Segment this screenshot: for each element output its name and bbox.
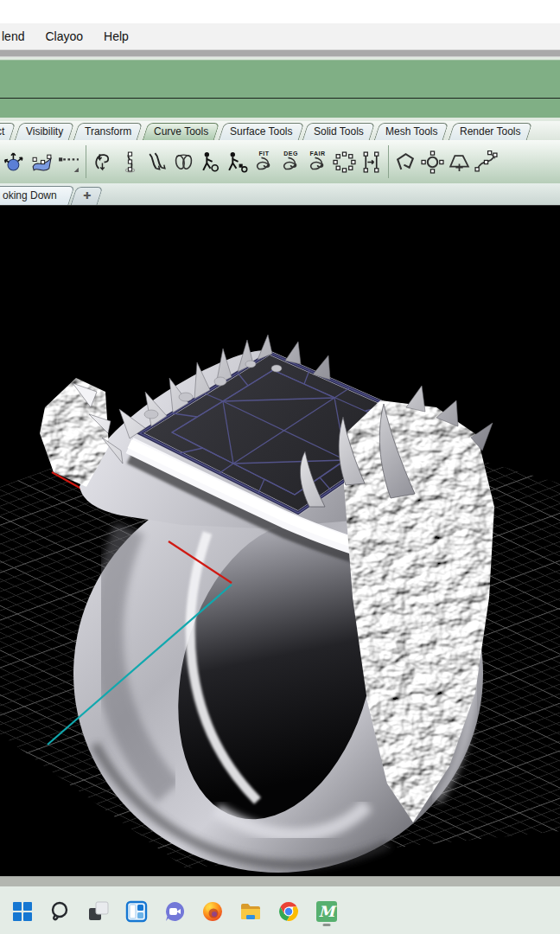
new-viewport-tab-button[interactable]: ✚ bbox=[70, 187, 103, 205]
viewport-3d[interactable] bbox=[0, 205, 560, 876]
widgets-icon[interactable] bbox=[124, 897, 149, 926]
taskbar: M bbox=[0, 886, 560, 934]
menu-bar: lend Clayoo Help bbox=[0, 23, 560, 50]
curve-from-two-views-icon[interactable] bbox=[170, 144, 197, 179]
firefox-icon[interactable] bbox=[200, 897, 225, 926]
menu-item-help[interactable]: Help bbox=[93, 29, 139, 43]
tab-transform[interactable]: Transform bbox=[73, 123, 143, 140]
search-icon[interactable] bbox=[48, 897, 73, 926]
move-scale-3d-icon[interactable] bbox=[2, 144, 29, 179]
polygon-curve-icon[interactable] bbox=[392, 144, 419, 179]
start-button[interactable] bbox=[10, 897, 35, 926]
svg-text:M: M bbox=[319, 903, 338, 920]
teams-chat-icon[interactable] bbox=[162, 897, 187, 926]
menu-item-blend[interactable]: lend bbox=[0, 29, 35, 43]
window-bottom-edge bbox=[0, 876, 560, 886]
tab-select[interactable]: ct bbox=[0, 123, 16, 140]
adjust-curve-icon[interactable] bbox=[143, 144, 170, 179]
curve-tools-toolbar: FIT DEG FAIR bbox=[0, 140, 560, 183]
tab-curve-tools[interactable]: Curve Tools bbox=[142, 123, 220, 140]
command-input[interactable] bbox=[0, 99, 560, 118]
command-area bbox=[0, 57, 560, 121]
record-history-icon[interactable] bbox=[197, 144, 224, 179]
insert-edit-point-icon[interactable] bbox=[358, 144, 385, 179]
record-history-options-icon[interactable] bbox=[224, 144, 251, 179]
polyline-dashed-icon[interactable] bbox=[55, 144, 82, 179]
plus-icon: ✚ bbox=[83, 190, 91, 202]
insert-control-point-icon[interactable] bbox=[117, 144, 143, 179]
surface-control-points-icon[interactable] bbox=[29, 144, 55, 179]
rebuild-curve-icon[interactable] bbox=[90, 144, 117, 179]
title-bar-area bbox=[0, 0, 560, 23]
tab-render-tools[interactable]: Render Tools bbox=[448, 123, 531, 140]
viewport-3d-scene bbox=[0, 206, 560, 876]
control-points-on-icon[interactable] bbox=[331, 144, 358, 179]
toolbar-divider bbox=[0, 50, 560, 57]
change-degree-icon[interactable]: DEG bbox=[277, 144, 304, 179]
viewport-tab-bar: oking Down ✚ bbox=[0, 183, 560, 205]
command-history[interactable] bbox=[0, 60, 560, 98]
task-view-icon[interactable] bbox=[86, 897, 111, 926]
file-explorer-icon[interactable] bbox=[239, 897, 263, 926]
viewport-tab-looking-down[interactable]: oking Down bbox=[0, 186, 74, 205]
ribbon-tab-bar: ct Visibility Transform Curve Tools Surf… bbox=[0, 121, 560, 140]
chrome-icon[interactable] bbox=[277, 897, 301, 926]
fit-curve-icon[interactable]: FIT bbox=[251, 144, 277, 179]
toolbar-separator bbox=[388, 145, 389, 178]
toolbar-separator bbox=[86, 145, 86, 178]
chamfer-curve-icon[interactable] bbox=[446, 144, 473, 179]
menu-item-clayoo[interactable]: Clayoo bbox=[35, 29, 93, 43]
tab-surface-tools[interactable]: Surface Tools bbox=[219, 123, 304, 140]
tab-solid-tools[interactable]: Solid Tools bbox=[302, 123, 375, 140]
running-indicator bbox=[323, 924, 331, 926]
tab-visibility[interactable]: Visibility bbox=[15, 123, 75, 140]
application-window: lend Clayoo Help ct Visibility Transform… bbox=[0, 0, 560, 934]
edit-point-icon[interactable] bbox=[419, 144, 446, 179]
curve-handlebar-icon[interactable] bbox=[473, 144, 500, 179]
fair-curve-icon[interactable]: FAIR bbox=[304, 144, 331, 179]
tab-mesh-tools[interactable]: Mesh Tools bbox=[374, 123, 449, 140]
matrix-app-icon[interactable]: M bbox=[315, 897, 339, 926]
